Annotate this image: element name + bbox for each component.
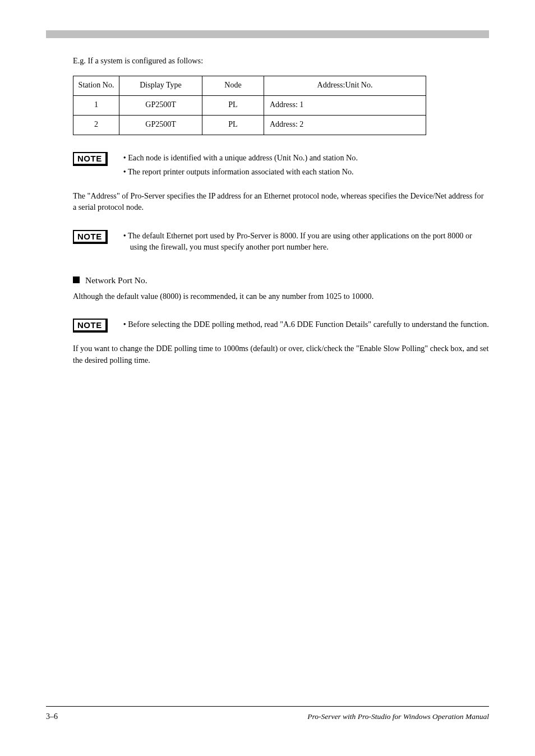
cell-station-no: 1 bbox=[73, 95, 119, 115]
heading-text: Network Port No. bbox=[85, 274, 147, 287]
config-table: Station No. Display Type Node Address:Un… bbox=[73, 76, 426, 136]
th-display-type: Display Type bbox=[119, 76, 202, 95]
header-stripe bbox=[46, 30, 489, 38]
section-heading: Network Port No. bbox=[73, 274, 489, 287]
paragraph-port: Although the default value (8000) is rec… bbox=[73, 291, 489, 302]
note-label-icon: NOTE bbox=[73, 230, 108, 244]
paragraph-address: The "Address" of Pro-Server specifies th… bbox=[73, 190, 489, 213]
cell-display-type: GP2500T bbox=[119, 116, 202, 135]
note-block-3: NOTE • Before selecting the DDE polling … bbox=[73, 319, 489, 333]
square-bullet-icon bbox=[73, 276, 80, 283]
cell-node: PL bbox=[202, 95, 264, 115]
intro-text: E.g. If a system is configured as follow… bbox=[73, 55, 489, 67]
note-body: • The default Ethernet port used by Pro-… bbox=[123, 230, 489, 255]
note-line: • The default Ethernet port used by Pro-… bbox=[123, 230, 489, 253]
table-row: 1 GP2500T PL Address: 1 bbox=[73, 95, 426, 115]
note-block-1: NOTE • Each node is identified with a un… bbox=[73, 152, 489, 179]
footer-manual-title: Pro-Server with Pro-Studio for Windows O… bbox=[307, 712, 489, 721]
cell-display-type: GP2500T bbox=[119, 95, 202, 115]
paragraph-dde: If you want to change the DDE polling ti… bbox=[73, 343, 489, 366]
note-body: • Before selecting the DDE polling metho… bbox=[123, 319, 489, 333]
cell-station-no: 2 bbox=[73, 116, 119, 135]
note-line: • Before selecting the DDE polling metho… bbox=[123, 319, 489, 330]
table-header-row: Station No. Display Type Node Address:Un… bbox=[73, 76, 426, 95]
th-station-no: Station No. bbox=[73, 76, 119, 95]
page-content: E.g. If a system is configured as follow… bbox=[46, 55, 489, 366]
footer-page-number: 3–6 bbox=[46, 712, 58, 721]
note-line: • The report printer outputs information… bbox=[123, 166, 489, 178]
note-body: • Each node is identified with a unique … bbox=[123, 152, 489, 179]
cell-address: Address: 1 bbox=[264, 95, 426, 115]
cell-address: Address: 2 bbox=[264, 116, 426, 135]
th-node: Node bbox=[202, 76, 264, 95]
cell-node: PL bbox=[202, 116, 264, 135]
table-row: 2 GP2500T PL Address: 2 bbox=[73, 116, 426, 135]
note-line: • Each node is identified with a unique … bbox=[123, 152, 489, 164]
note-block-2: NOTE • The default Ethernet port used by… bbox=[73, 230, 489, 255]
th-address: Address:Unit No. bbox=[264, 76, 426, 95]
note-label-icon: NOTE bbox=[73, 319, 108, 333]
footer-divider bbox=[46, 706, 489, 707]
note-label-icon: NOTE bbox=[73, 152, 108, 166]
